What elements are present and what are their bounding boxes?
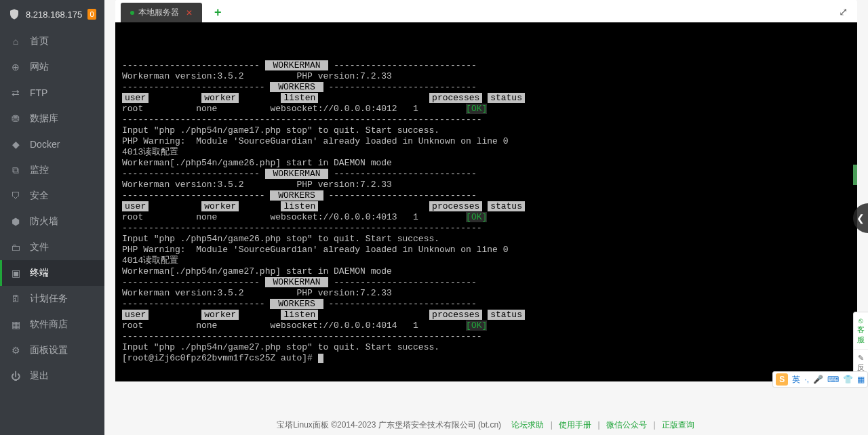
sidebar-item-label: 防火墙 xyxy=(30,215,58,228)
docker-icon: ◆ xyxy=(9,139,22,150)
settings-icon: ⚙ xyxy=(9,345,22,356)
sidebar-item-cron[interactable]: 🗓计划任务 xyxy=(0,286,104,312)
sidebar-item-docker[interactable]: ◆Docker xyxy=(0,131,104,157)
sidebar-item-globe[interactable]: ⊕网站 xyxy=(0,54,104,80)
ime-lang[interactable]: 英 xyxy=(792,374,800,386)
ime-grid-icon[interactable]: ▦ xyxy=(857,375,865,384)
sidebar-header: 8.218.168.175 0 xyxy=(0,0,104,28)
float-toolbar: ⎋客服 ✎反 xyxy=(853,312,868,378)
sidebar-item-label: 监控 xyxy=(30,164,49,176)
sidebar-item-monitor[interactable]: ⧉监控 xyxy=(0,157,104,183)
footer-link-verify[interactable]: 正版查询 xyxy=(662,420,694,430)
sidebar-item-label: Docker xyxy=(30,139,60,150)
tab-local-server[interactable]: 本地服务器 ✕ xyxy=(121,3,202,22)
alert-badge[interactable]: 0 xyxy=(87,9,96,20)
sidebar-item-label: 退出 xyxy=(30,370,49,382)
sidebar-item-label: 面板设置 xyxy=(30,344,68,356)
footer-link-forum[interactable]: 论坛求助 xyxy=(511,420,544,430)
shield-icon xyxy=(8,8,20,20)
sidebar-item-exit[interactable]: ⏻退出 xyxy=(0,363,104,389)
sidebar-item-terminal[interactable]: ▣终端 xyxy=(0,260,104,286)
footer-link-manual[interactable]: 使用手册 xyxy=(559,420,591,430)
sidebar-item-folder[interactable]: 🗀文件 xyxy=(0,234,104,260)
home-icon: ⌂ xyxy=(9,36,22,47)
sidebar-item-label: FTP xyxy=(30,87,47,98)
terminal-icon: ▣ xyxy=(9,268,22,278)
float-item-support[interactable]: ⎋客服 xyxy=(854,312,868,350)
cron-icon: 🗓 xyxy=(9,293,22,304)
folder-icon: 🗀 xyxy=(9,242,22,253)
footer: 宝塔Linux面板 ©2014-2023 广东堡塔安全技术有限公司 (bt.cn… xyxy=(104,419,868,431)
sidebar-item-settings[interactable]: ⚙面板设置 xyxy=(0,337,104,363)
ime-keyboard-icon[interactable]: ⌨ xyxy=(827,375,839,384)
sidebar-item-label: 首页 xyxy=(30,35,49,47)
sidebar: 8.218.168.175 0 ⌂首页⊕网站⇄FTP⛃数据库◆Docker⧉监控… xyxy=(0,0,104,435)
db-icon: ⛃ xyxy=(9,113,22,124)
status-dot-icon xyxy=(130,11,134,15)
terminal-panel: 本地服务器 ✕ + ⤢ -------------------------- W… xyxy=(115,0,857,381)
firewall-icon: ⬢ xyxy=(9,216,22,227)
scroll-marker xyxy=(853,165,857,185)
terminal-output[interactable]: -------------------------- WORKERMAN ---… xyxy=(115,22,857,381)
shield-icon: ⛉ xyxy=(9,190,22,201)
sidebar-item-shield[interactable]: ⛉安全 xyxy=(0,183,104,209)
footer-link-wechat[interactable]: 微信公众号 xyxy=(606,420,647,430)
sidebar-item-store[interactable]: ▦软件商店 xyxy=(0,312,104,337)
sidebar-item-ftp[interactable]: ⇄FTP xyxy=(0,80,104,106)
sidebar-item-label: 网站 xyxy=(30,61,49,73)
sidebar-item-firewall[interactable]: ⬢防火墙 xyxy=(0,209,104,234)
ime-skin-icon[interactable]: 👕 xyxy=(843,375,853,384)
sidebar-item-label: 软件商店 xyxy=(30,318,68,331)
ftp-icon: ⇄ xyxy=(9,87,22,98)
globe-icon: ⊕ xyxy=(9,62,22,72)
store-icon: ▦ xyxy=(9,319,22,330)
sidebar-item-label: 文件 xyxy=(30,241,49,253)
ime-logo-icon: S xyxy=(776,373,788,386)
copyright: 宝塔Linux面板 ©2014-2023 广东堡塔安全技术有限公司 (bt.cn… xyxy=(277,420,501,430)
tab-bar: 本地服务器 ✕ + ⤢ xyxy=(115,0,857,22)
ip-address: 8.218.168.175 xyxy=(26,9,82,20)
sidebar-item-db[interactable]: ⛃数据库 xyxy=(0,106,104,131)
tab-label: 本地服务器 xyxy=(138,7,179,18)
ime-comma-icon[interactable]: ·, xyxy=(804,375,809,384)
sidebar-item-label: 终端 xyxy=(30,267,49,279)
monitor-icon: ⧉ xyxy=(9,165,22,176)
main: 本地服务器 ✕ + ⤢ -------------------------- W… xyxy=(104,0,868,435)
sidebar-item-label: 安全 xyxy=(30,190,49,202)
close-icon[interactable]: ✕ xyxy=(186,8,193,18)
sidebar-item-label: 计划任务 xyxy=(30,293,68,305)
sidebar-item-home[interactable]: ⌂首页 xyxy=(0,28,104,54)
nav: ⌂首页⊕网站⇄FTP⛃数据库◆Docker⧉监控⛉安全⬢防火墙🗀文件▣终端🗓计划… xyxy=(0,28,104,435)
sidebar-item-label: 数据库 xyxy=(30,112,58,125)
add-tab-button[interactable]: + xyxy=(209,3,227,22)
ime-mic-icon[interactable]: 🎤 xyxy=(813,375,823,384)
exit-icon: ⏻ xyxy=(9,371,22,381)
ime-toolbar[interactable]: S 英 ·, 🎤 ⌨ 👕 ▦ xyxy=(772,371,868,388)
expand-icon[interactable]: ⤢ xyxy=(839,5,848,18)
cursor xyxy=(318,354,323,363)
